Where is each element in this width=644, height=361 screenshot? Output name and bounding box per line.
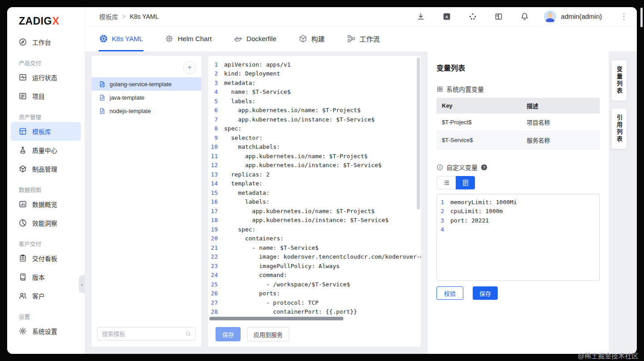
- sidebar-item-data-overview[interactable]: 数据概览: [11, 195, 81, 214]
- sidebar-item-system-settings[interactable]: 系统设置: [11, 322, 81, 340]
- code-text: app.kubernetes.io/instance: $T-Service$: [224, 162, 381, 168]
- yaml-editor[interactable]: 1 apiVersion: apps/v1 2 kind: Deployment…: [208, 56, 421, 322]
- board-icon: [19, 254, 27, 262]
- code-text: spec:: [224, 125, 242, 132]
- custom-variables-editor[interactable]: 1 memoryLimit: 1000Mi 2 cpuLimit: 1000m …: [436, 194, 600, 281]
- sidebar-item-label: 效能洞察: [32, 218, 57, 227]
- code-line: 16 labels:: [208, 197, 421, 207]
- sidebar-item-artifact-management[interactable]: 制品管理: [11, 160, 81, 178]
- vertical-scrollbar[interactable]: [417, 58, 420, 210]
- sidebar-item-quality-center[interactable]: 质量中心: [11, 141, 81, 160]
- tab-workflow[interactable]: 工作流: [347, 26, 380, 51]
- help-icon[interactable]: ?: [481, 164, 487, 171]
- version-icon: [19, 273, 27, 281]
- line-number: 20: [208, 235, 224, 242]
- code-lines: 1 apiVersion: apps/v1 2 kind: Deployment…: [208, 60, 421, 316]
- template-list-item[interactable]: nodejs-template: [92, 104, 201, 118]
- apply-to-service-button[interactable]: 应用到服务: [247, 327, 289, 341]
- code-line: 11 app.kubernetes.io/name: $T-Project$: [208, 151, 421, 161]
- sidebar-item-workbench[interactable]: 工作台: [11, 33, 81, 51]
- template-list-item[interactable]: golang-service-template: [92, 77, 201, 91]
- breadcrumb-separator: >: [122, 13, 126, 20]
- sidebar-item-projects[interactable]: 项目: [11, 87, 81, 105]
- code-text: command:: [224, 272, 287, 278]
- language-icon[interactable]: A: [443, 13, 451, 21]
- right-tab-strip: 变量列表 引用列表: [612, 51, 637, 354]
- validate-button[interactable]: 校验: [436, 286, 463, 300]
- insight-icon: [19, 219, 27, 227]
- download-icon[interactable]: [417, 13, 425, 21]
- code-line: 23 imagePullPolicy: Always: [208, 261, 421, 271]
- code-text: ports:: [224, 290, 280, 297]
- tab-helm-chart[interactable]: Helm Chart: [165, 26, 212, 51]
- variables-panel-title: 变量列表: [436, 62, 600, 73]
- sidebar-section-product-delivery: 产品交付: [19, 59, 85, 67]
- tab-k8s-yaml[interactable]: K8s YAML: [99, 26, 143, 51]
- line-number: 4: [208, 88, 224, 95]
- line-number: 11: [208, 153, 224, 160]
- tab-label: 工作流: [360, 34, 380, 43]
- code-line: 8 spec:: [208, 124, 421, 134]
- code-line: 2 kind: Deployment: [208, 69, 421, 79]
- avatar[interactable]: [544, 10, 556, 23]
- breadcrumb: 模板库 > K8s YAML: [99, 12, 159, 21]
- code-text: cpuLimit: 1000m: [450, 208, 503, 214]
- line-number: 7: [208, 116, 224, 123]
- sidebar-item-template-library[interactable]: 模板库: [11, 122, 81, 141]
- sidebar-item-label: 工作台: [32, 38, 51, 46]
- template-list-panel: + golang-service-template java-template: [92, 56, 201, 347]
- line-number: 18: [208, 217, 224, 223]
- search-input[interactable]: [97, 327, 196, 340]
- sidebar-collapse-handle[interactable]: ‹: [79, 275, 85, 293]
- editor-view-icon: [462, 179, 469, 186]
- line-number: 9: [208, 134, 224, 141]
- line-number: 1: [437, 199, 450, 206]
- tab-variable-list[interactable]: 变量列表: [612, 60, 627, 101]
- code-line: 24 command:: [208, 271, 421, 280]
- sidebar-item-insight[interactable]: 效能洞察: [11, 214, 81, 232]
- tab-dockerfile[interactable]: Dockerfile: [234, 26, 276, 51]
- code-text: spec:: [224, 226, 255, 233]
- page-scrollbar[interactable]: [640, 8, 643, 27]
- bell-icon[interactable]: [521, 13, 529, 21]
- cluster-icon[interactable]: [469, 13, 477, 21]
- save-variables-button[interactable]: 保存: [473, 286, 498, 300]
- docs-icon[interactable]: [495, 13, 503, 21]
- code-line: 5 labels:: [208, 97, 421, 106]
- line-number: 16: [208, 198, 224, 205]
- more-menu-icon[interactable]: ⋮: [620, 13, 628, 21]
- user-menu[interactable]: admin(admin): [544, 10, 602, 23]
- line-number: 3: [208, 80, 224, 86]
- tab-build[interactable]: 构建: [299, 26, 325, 51]
- sidebar-item-customer[interactable]: 客户: [11, 286, 81, 305]
- sidebar-section-settings: 设置: [19, 312, 85, 321]
- sidebar-item-label: 客户: [32, 291, 45, 300]
- grid-icon: [436, 86, 443, 92]
- horizontal-scrollbar[interactable]: [209, 317, 343, 320]
- line-number: 26: [208, 290, 224, 297]
- sidebar-item-run-status[interactable]: 运行状态: [11, 68, 81, 87]
- custom-variables-header: 自定义变量 ?: [436, 163, 600, 172]
- code-text: memoryLimit: 1000Mi: [450, 199, 517, 206]
- code-line: 1 apiVersion: apps/v1: [208, 60, 421, 69]
- info-icon: [436, 164, 443, 171]
- tab-reference-list[interactable]: 引用列表: [612, 109, 627, 149]
- custom-variables-actions: 校验 保存: [436, 286, 600, 300]
- add-template-button[interactable]: +: [183, 61, 196, 74]
- section-title: 系统内置变量: [446, 84, 484, 93]
- sidebar-item-delivery-board[interactable]: 交付看板: [11, 249, 81, 268]
- code-text: app.kubernetes.io/instance: $T-Service$: [224, 116, 375, 123]
- variable-view-toggle: [436, 176, 600, 189]
- editor-view-button[interactable]: [456, 176, 475, 189]
- sidebar-section-customer-delivery: 客户交付: [19, 239, 85, 248]
- breadcrumb-parent[interactable]: 模板库: [99, 12, 118, 21]
- code-line: 25 - /workspace/$T-Service$: [208, 280, 421, 289]
- save-template-button[interactable]: 保存: [216, 327, 241, 341]
- code-line: 18 app.kubernetes.io/instance: $T-Servic…: [208, 216, 421, 225]
- code-text: port: 20221: [450, 217, 489, 224]
- sidebar: ZADIGX 工作台 产品交付 运行状态 项目 资产管理 模板库 质量中心 制品…: [7, 7, 85, 354]
- sidebar-item-version[interactable]: 版本: [11, 268, 81, 286]
- list-view-button[interactable]: [436, 176, 456, 189]
- template-list-item[interactable]: java-template: [92, 91, 201, 104]
- code-line: 17 app.kubernetes.io/name: $T-Project$: [208, 206, 421, 216]
